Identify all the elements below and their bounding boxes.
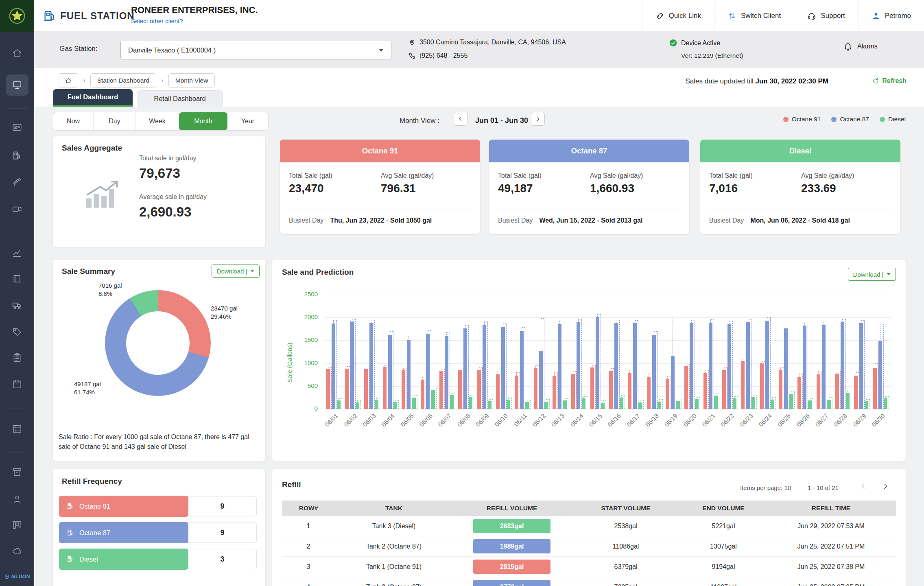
sale-prediction-card: Sale and Prediction Download | Sale (Gal… [272,260,906,461]
cell-row: 3 [282,563,335,571]
sidebar-item-archive[interactable] [0,462,34,482]
next-page-button[interactable] [879,480,891,492]
chevron-left-icon [457,115,464,122]
download-button[interactable]: Download | [212,265,260,278]
sidebar-item-line-chart[interactable] [0,243,34,262]
bar [450,395,454,409]
total-sale-value: 49,187 [498,182,533,195]
card-title: Refill [282,480,301,489]
sidebar-item-person[interactable] [0,490,34,509]
cell-row: 2 [282,543,335,550]
sidebar-item-id-card[interactable] [0,118,34,137]
avg-sale-value: 1,660.93 [590,182,634,195]
chevron-right-icon [534,115,542,122]
breadcrumb-home[interactable] [59,73,78,87]
next-month-button[interactable] [531,112,545,126]
y-axis-tick: 1500 [292,336,318,343]
refill-table-card: Refill Items per page: 10 1 - 10 of 21 R… [272,469,906,586]
bar [402,370,405,409]
quick-link-label: Quick Link [669,12,701,20]
filter-week[interactable]: Week [136,112,179,130]
gluon-icon [4,574,10,579]
bar [369,323,373,409]
bar [722,370,726,409]
legend-dot [783,117,789,122]
sidebar-item-fuel-pump[interactable] [0,146,34,165]
refresh-button[interactable]: Refresh [872,77,907,85]
legend-dot [880,117,885,122]
bar [520,331,524,409]
sidebar-item-book[interactable] [0,269,34,289]
sidebar-item-table[interactable] [0,419,34,439]
fuel-card-header: Diesel [700,140,900,162]
bar [741,361,745,409]
fuel-pump-icon [66,555,74,563]
bar [865,401,868,409]
select-other-client-link[interactable]: Select other client? [131,17,183,24]
legend-diesel[interactable]: Diesel [880,116,906,123]
sidebar-item-cloud[interactable] [0,541,34,560]
bar [854,376,858,409]
total-sale-label: Total sale in gal/day [139,155,197,162]
device-status: Device Active [669,39,720,47]
dashboard-icon [12,80,22,90]
sidebar-item-camera[interactable] [0,199,34,219]
sidebar-item-calendar[interactable] [0,374,34,394]
sidebar: GLUON [0,0,34,586]
download-button[interactable]: Download | [848,268,896,281]
refill-volume-badge: 1989gal [473,539,550,553]
sidebar-item-truck[interactable] [0,295,34,315]
y-axis-tick: 2000 [292,313,318,320]
prev-page-button[interactable] [857,480,869,492]
bar [458,370,462,409]
x-axis-label: 06/18 [640,412,660,432]
sidebar-item-clipboard[interactable] [0,348,34,367]
fuel-card-header: Octane 87 [489,140,689,162]
user-menu-button[interactable]: Petromo [858,0,924,32]
filter-month[interactable]: Month [179,112,227,130]
date-range: Jun 01 - Jun 30 [473,116,530,125]
legend-octane-87[interactable]: Octane 87 [831,116,869,123]
prev-month-button[interactable] [454,112,467,126]
cell-refill-volume: 1989gal [453,539,571,553]
sidebar-item-tag[interactable] [0,322,34,341]
busiest-day-value: Mon, Jun 06, 2022 - Sold 418 gal [750,217,850,224]
tab-retail-dashboard[interactable]: Retail Dashboard [137,90,223,107]
bar [483,325,486,409]
cell-end-volume: 11097gal [681,584,766,586]
address-text: 3500 Camino Tassajara, Danville, CA, 945… [419,39,566,46]
refill-table-body: 1Tank 3 (Diesel)2683gal2538gal5221galJun… [282,516,896,586]
sidebar-item-dashboard[interactable] [0,75,34,95]
breadcrumb-station-dashboard[interactable]: Station Dashboard [90,73,156,87]
x-axis-label: 06/22 [715,412,735,432]
quick-link-button[interactable]: Quick Link [642,0,714,32]
cell-refill-time: Jun 29, 2022 07:53 AM [766,523,896,530]
refill-count: 9 [188,523,257,543]
support-label: Support [821,12,845,20]
alarms-button[interactable]: Alarms [843,42,878,51]
bar [393,402,397,409]
filter-day[interactable]: Day [94,112,136,130]
avg-sale-label: Average sale in gal/day [139,193,207,201]
sidebar-item-home[interactable] [0,43,34,63]
x-axis-label: 06/08 [452,412,472,432]
avg-sale-value: 796.31 [381,182,416,195]
sidebar-item-kanban[interactable] [0,515,34,535]
filter-year[interactable]: Year [227,112,268,130]
station-select[interactable]: Danville Texaco ( E1000004 ) [120,41,391,59]
sidebar-divider [7,232,28,232]
refill-table-row: 4Tank 2 (Octane 87)3772gal7325gal11097ga… [282,577,896,586]
legend-octane-91[interactable]: Octane 91 [783,116,821,123]
filter-now[interactable]: Now [53,112,94,130]
sidebar-divider [7,453,28,453]
switch-client-button[interactable]: Switch Client [714,0,794,32]
bar [751,397,755,409]
breadcrumb-month-view[interactable]: Month View [168,73,215,87]
bar [620,398,623,409]
bar [878,341,882,409]
sidebar-item-nozzle[interactable] [0,173,34,192]
cloud-icon [12,545,22,556]
support-button[interactable]: Support [794,0,858,32]
tab-fuel-dashboard[interactable]: Fuel Dashboard [53,89,133,107]
avg-sale-label: Avg Sale (gal/day) [590,172,643,179]
